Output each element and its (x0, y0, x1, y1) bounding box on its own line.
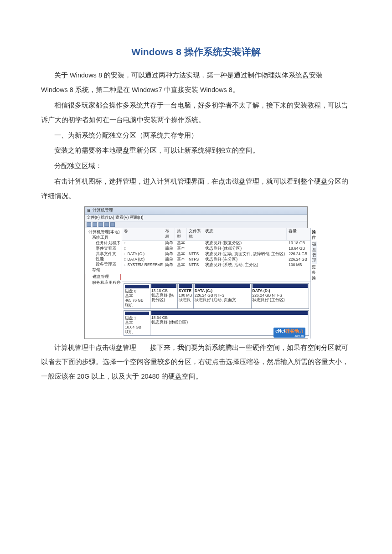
section-heading-1: 一、为新系统分配独立分区（两系统共存专用） (41, 128, 351, 143)
part-size: 226.24 GB NTFS (253, 293, 308, 298)
cell: 简单 (163, 257, 175, 262)
help-icon[interactable] (110, 222, 115, 227)
cell: 基本 (175, 241, 187, 246)
tree-disk-management[interactable]: 磁盘管理 (86, 274, 121, 280)
tree-services[interactable]: 服务和应用程序 (86, 280, 121, 286)
window-title: 计算机管理 (93, 208, 113, 213)
volume-row[interactable]: □ 简单 基本 状态良好 (休眠分区) 18.64 GB (122, 246, 310, 251)
tree-shared-folders[interactable]: 共享文件夹 (86, 251, 121, 257)
disk-status: 联机 (125, 329, 149, 334)
col-fs[interactable]: 文件系统 (187, 228, 203, 240)
disk-status: 联机 (125, 303, 149, 308)
tree-event-viewer[interactable]: 事件查看器 (86, 246, 121, 251)
col-status[interactable]: 状态 (203, 228, 287, 240)
logo-brand: eNet (275, 328, 285, 333)
disk-type: 基本 (125, 293, 149, 298)
part-status: 状态良 (179, 298, 192, 302)
partition[interactable]: DATA (C:) 226.24 GB NTFS 状态良好 (启动, 页面文 (194, 284, 252, 308)
part-size: 13.18 GB (151, 288, 176, 293)
part-status: 状态良好 (恢复分区) (151, 293, 176, 302)
disk-label: 磁盘 0 (125, 289, 149, 293)
partition[interactable]: SYSTE 100 MB 状态良 (178, 284, 194, 308)
actions-more[interactable]: 更多操 (312, 265, 317, 281)
tree-root[interactable]: 计算机管理(本地) (86, 230, 121, 235)
disk-0-header: 磁盘 0 基本 465.76 GB 联机 (124, 284, 150, 308)
cell: 状态良好 (休眠分区) (203, 246, 287, 251)
cell: NTFS (187, 251, 203, 257)
tree-performance[interactable]: 性能 (86, 256, 121, 262)
cell: 基本 (175, 262, 187, 268)
volume-row[interactable]: □ DATA (D:) 简单 基本 NTFS 状态良好 (主分区) 226.24… (122, 257, 310, 262)
partition[interactable]: DATA (D:) 226.24 GB NTFS 状态良好 (主分区) (252, 284, 309, 308)
back-icon[interactable] (87, 222, 91, 227)
part-status: 状态良好 (启动, 页面文 (195, 298, 250, 302)
disk-type: 基本 (125, 320, 149, 325)
tree-device-manager[interactable]: 设备管理器 (86, 262, 121, 267)
disk-label: 磁盘 1 (125, 316, 149, 320)
volume-row[interactable]: □ 简单 基本 状态良好 (恢复分区) 13.18 GB (122, 241, 310, 246)
disk-size: 18.64 GB (125, 325, 149, 329)
paragraph-intro-1: 关于 Windows 8 的安装，可以通过两种方法实现，第一种是通过制作物理媒体… (41, 68, 351, 97)
cell: NTFS (187, 257, 203, 262)
tree-system-tools[interactable]: 系统工具 (86, 235, 121, 241)
col-volume[interactable]: 卷 (122, 228, 163, 240)
cell: 226.24 GB (287, 257, 310, 262)
col-layout[interactable]: 布局 (163, 228, 175, 240)
logo-accent: 硅谷动力 (285, 328, 304, 333)
col-capacity[interactable]: 容量 (287, 228, 310, 240)
cell (187, 241, 203, 246)
paragraph-5: 右击计算机图标，选择管理，进入计算机管理界面，在点击磁盘管理，就可以看到整个硬盘… (41, 174, 351, 204)
part-size: 226.24 GB NTFS (195, 293, 250, 298)
cell: 简单 (163, 241, 175, 246)
part-size: 100 MB (179, 293, 192, 298)
cell: 基本 (175, 246, 187, 251)
paragraph-3: 安装之前需要将本地硬盘重新分区，可以让新系统得到独立的空间。 (41, 144, 351, 158)
cell: □ SYSTEM RESERVED (122, 262, 163, 268)
tree-task-scheduler[interactable]: 任务计划程序 (86, 241, 121, 246)
col-type[interactable]: 类型 (175, 228, 187, 240)
part-title: SYSTE (179, 288, 192, 293)
disk-size: 465.76 GB (125, 298, 149, 303)
disk-0[interactable]: 磁盘 0 基本 465.76 GB 联机 13.18 GB 状态良好 (恢复分区… (124, 283, 309, 309)
disk-1-header: 磁盘 1 基本 18.64 GB 联机 (124, 311, 150, 335)
paragraph-intro-2: 相信很多玩家都会操作多系统共存于一台电脑，好多初学者不太了解，接下来的安装教程，… (41, 98, 351, 128)
main-panel: 卷 布局 类型 文件系统 状态 容量 □ 简单 基本 状态良好 (恢复分区) 1… (122, 228, 310, 339)
forward-icon[interactable] (93, 222, 97, 227)
actions-panel: 操作 磁盘管理 更多操 (310, 228, 318, 339)
refresh-icon[interactable] (98, 222, 103, 227)
app-icon: 🖥 (87, 208, 91, 213)
paragraph-4: 分配独立区域： (41, 159, 351, 174)
cell: 状态良好 (恢复分区) (203, 241, 287, 246)
tree-storage[interactable]: 存储 (86, 267, 121, 273)
cell: 简单 (163, 262, 175, 268)
toolbar[interactable] (85, 221, 307, 228)
part-title: DATA (C:) (195, 288, 250, 293)
volume-row[interactable]: □ SYSTEM RESERVED 简单 基本 NTFS 状态良好 (系统, 活… (122, 262, 310, 268)
part-status: 状态良好 (主分区) (253, 298, 308, 302)
watermark-logo: eNet硅谷动力 .com.cn (273, 328, 305, 338)
cell: □ DATA (D:) (122, 257, 163, 262)
part-title: DATA (D:) (253, 288, 308, 293)
cell: 状态良好 (启动, 页面文件, 故障转储, 主分区) (203, 251, 287, 257)
cell: □ (122, 246, 163, 251)
cell: 18.64 GB (287, 246, 310, 251)
part-size: 18.64 GB (151, 315, 308, 320)
menu-bar[interactable]: 文件(F) 操作(A) 查看(V) 帮助(H) (85, 215, 307, 221)
window-titlebar: 🖥 计算机管理 (85, 207, 307, 215)
cell: 基本 (175, 251, 187, 257)
cell: 226.24 GB (287, 251, 310, 257)
volume-row[interactable]: □ DATA (C:) 简单 基本 NTFS 状态良好 (启动, 页面文件, 故… (122, 251, 310, 257)
partition[interactable]: 13.18 GB 状态良好 (恢复分区) (150, 284, 178, 308)
actions-item[interactable]: 磁盘管理 (312, 241, 317, 264)
logo-sub: .com.cn (275, 334, 304, 337)
tree-panel[interactable]: 计算机管理(本地) 系统工具 任务计划程序 事件查看器 共享文件夹 性能 设备管… (85, 228, 122, 339)
cell: 简单 (163, 246, 175, 251)
cell: 基本 (175, 257, 187, 262)
cell: NTFS (187, 262, 203, 268)
cell (187, 246, 203, 251)
embedded-screenshot: 🖥 计算机管理 文件(F) 操作(A) 查看(V) 帮助(H) 计算机管理(本地… (84, 206, 308, 339)
cell: 状态良好 (系统, 活动, 主分区) (203, 262, 287, 268)
cell: 13.18 GB (287, 241, 310, 246)
cell: 简单 (163, 251, 175, 257)
view-icon[interactable] (104, 222, 109, 227)
